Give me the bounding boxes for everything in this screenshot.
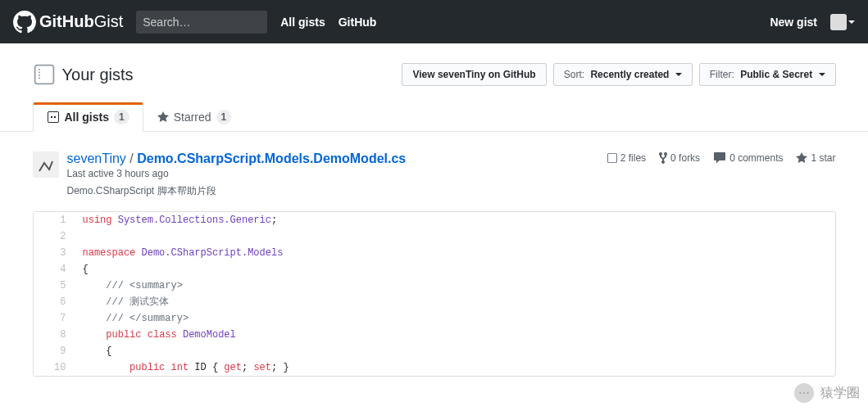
- main-header: GitHubGist All gists GitHub New gist: [0, 0, 868, 43]
- star-icon: [796, 151, 807, 165]
- line-code: using System.Collections.Generic;: [75, 212, 835, 228]
- search-input[interactable]: [136, 11, 267, 34]
- line-number: 5: [34, 278, 75, 294]
- page-title-text: Your gists: [62, 65, 134, 84]
- line-code: /// 测试实体: [75, 294, 835, 310]
- gist-stats: 2 files 0 forks 0 comments 1 star: [607, 151, 836, 165]
- code-line: 4{: [34, 261, 835, 278]
- subhead: Your gists View sevenTiny on GitHub Sort…: [0, 43, 868, 132]
- line-number: 4: [34, 261, 75, 278]
- content: sevenTiny / Demo.CSharpScript.Models.Dem…: [20, 132, 849, 396]
- gist-description: Demo.CSharpScript 脚本帮助片段: [67, 184, 407, 198]
- line-number: 3: [34, 245, 75, 261]
- gist-title: sevenTiny / Demo.CSharpScript.Models.Dem…: [67, 151, 407, 166]
- nav-all-gists[interactable]: All gists: [280, 16, 325, 29]
- fork-icon: [659, 151, 667, 165]
- line-number: 6: [34, 294, 75, 310]
- code-square-icon: [47, 111, 60, 124]
- code-line: 1using System.Collections.Generic;: [34, 212, 835, 228]
- gist-item: sevenTiny / Demo.CSharpScript.Models.Dem…: [33, 151, 836, 198]
- filter-value: Public & Secret: [740, 69, 812, 80]
- stat-forks[interactable]: 0 forks: [659, 151, 700, 165]
- line-code: [75, 228, 835, 245]
- sort-label: Sort:: [564, 69, 584, 80]
- tab-label: Starred: [174, 111, 211, 124]
- line-number: 10: [34, 359, 75, 376]
- code-line: 6 /// 测试实体: [34, 294, 835, 310]
- caret-down-icon: [675, 73, 682, 76]
- line-number: 2: [34, 228, 75, 245]
- code-box[interactable]: 1using System.Collections.Generic;23name…: [33, 211, 836, 377]
- caret-down-icon: [848, 20, 855, 24]
- gist-avatar[interactable]: [33, 151, 59, 178]
- tab-all-gists[interactable]: All gists 1: [33, 102, 143, 132]
- star-icon: [157, 111, 169, 124]
- watermark: ⋯ 猿学圈: [794, 383, 860, 396]
- view-profile-button[interactable]: View sevenTiny on GitHub: [402, 63, 546, 86]
- separator: /: [130, 151, 133, 165]
- button-group: View sevenTiny on GitHub Sort: Recently …: [402, 63, 835, 86]
- caret-down-icon: [819, 73, 825, 76]
- gist-meta: Last active 3 hours ago: [67, 168, 407, 179]
- code-line: 10 public int ID { get; set; }: [34, 359, 835, 376]
- code-line: 3namespace Demo.CSharpScript.Models: [34, 245, 835, 261]
- gist-filename-link[interactable]: Demo.CSharpScript.Models.DemoModel.cs: [137, 151, 406, 165]
- sort-value: Recently created: [590, 69, 669, 80]
- new-gist-link[interactable]: New gist: [770, 16, 817, 29]
- tab-starred[interactable]: Starred 1: [143, 102, 246, 131]
- user-menu[interactable]: [830, 14, 855, 30]
- line-code: /// <summary>: [75, 278, 835, 294]
- watermark-text: 猿学圈: [820, 385, 860, 397]
- tab-label: All gists: [65, 111, 109, 124]
- code-line: 7 /// </summary>: [34, 310, 835, 327]
- avatar-icon: [830, 14, 847, 30]
- nav-links: All gists GitHub: [280, 16, 376, 29]
- tab-count: 1: [114, 110, 130, 124]
- code-table: 1using System.Collections.Generic;23name…: [34, 212, 835, 376]
- stat-comments[interactable]: 0 comments: [713, 151, 783, 165]
- line-number: 1: [34, 212, 75, 228]
- sort-button[interactable]: Sort: Recently created: [553, 63, 693, 86]
- filter-button[interactable]: Filter: Public & Secret: [699, 63, 836, 86]
- header-right: New gist: [770, 14, 855, 30]
- stat-stars[interactable]: 1 star: [796, 151, 835, 165]
- tab-count: 1: [216, 110, 232, 124]
- line-number: 7: [34, 310, 75, 327]
- nav-github[interactable]: GitHub: [339, 16, 377, 29]
- page-title: Your gists: [33, 63, 134, 86]
- gist-owner-link[interactable]: sevenTiny: [67, 151, 126, 165]
- wechat-icon: ⋯: [794, 383, 814, 396]
- stat-files[interactable]: 2 files: [607, 151, 646, 165]
- github-mark-icon: [13, 11, 36, 34]
- logo-link[interactable]: GitHubGist: [13, 11, 123, 34]
- code-line: 2: [34, 228, 835, 245]
- line-code: /// </summary>: [75, 310, 835, 327]
- file-icon: [607, 151, 617, 165]
- code-line: 8 public class DemoModel: [34, 327, 835, 343]
- tabs: All gists 1 Starred 1: [20, 102, 849, 131]
- line-code: {: [75, 343, 835, 359]
- gist-icon: [33, 63, 56, 86]
- code-line: 5 /// <summary>: [34, 278, 835, 294]
- line-code: namespace Demo.CSharpScript.Models: [75, 245, 835, 261]
- line-code: {: [75, 261, 835, 278]
- comment-icon: [713, 151, 726, 165]
- line-number: 9: [34, 343, 75, 359]
- code-line: 9 {: [34, 343, 835, 359]
- line-number: 8: [34, 327, 75, 343]
- logo-text: GitHubGist: [39, 12, 123, 31]
- line-code: public int ID { get; set; }: [75, 359, 835, 376]
- avatar-placeholder-icon: [33, 151, 59, 178]
- line-code: public class DemoModel: [75, 327, 835, 343]
- filter-label: Filter:: [710, 69, 734, 80]
